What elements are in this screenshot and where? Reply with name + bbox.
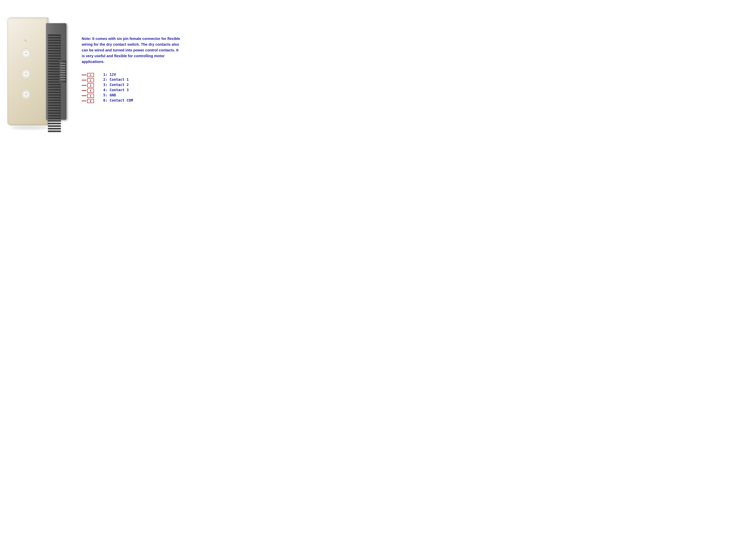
vent-line xyxy=(48,112,61,114)
pin-label-3: 3: Contact 2 xyxy=(103,82,133,87)
button-dot-3 xyxy=(25,94,27,95)
device-button-3 xyxy=(21,89,31,99)
connector-pin xyxy=(60,72,65,73)
pin-visual: 1 2 3 4 xyxy=(82,72,94,104)
pin-box-3: 3 xyxy=(87,83,94,87)
vent-line xyxy=(48,50,61,51)
pin-number-2: 2 xyxy=(90,79,91,82)
vent-line xyxy=(48,102,61,103)
pin-box-6: 6 xyxy=(87,99,94,103)
vent-line xyxy=(48,123,61,124)
pin-row-2: 2 xyxy=(82,78,94,83)
pin-line-2 xyxy=(82,80,87,80)
device-shadow xyxy=(11,126,48,129)
vent-line xyxy=(48,47,61,49)
vent-line xyxy=(48,34,61,36)
vent-line xyxy=(48,60,61,62)
button-inner-3 xyxy=(23,91,29,98)
vent-line xyxy=(48,118,61,119)
vent-line xyxy=(48,97,61,98)
wifi-icon: ∿ xyxy=(24,38,27,43)
pin-box-2: 2 xyxy=(87,78,94,82)
vent-line xyxy=(48,76,61,77)
vent-line xyxy=(48,94,61,95)
vent-line xyxy=(48,39,61,41)
note-text: Note: It comes with six pin female conne… xyxy=(82,36,181,65)
vent-line xyxy=(48,105,61,106)
connector-pin xyxy=(60,77,65,78)
vent-line xyxy=(48,53,61,54)
pin-line-1 xyxy=(82,75,87,75)
vent-line xyxy=(48,65,61,67)
pin-box-4: 4 xyxy=(87,89,94,93)
vent-line xyxy=(48,58,61,59)
content-section: Note: It comes with six pin female conne… xyxy=(78,0,189,139)
vent-line xyxy=(48,37,61,38)
pin-label-1: 1: 12V xyxy=(103,72,133,77)
vent-line xyxy=(48,89,61,90)
connector-pin xyxy=(60,75,65,76)
pin-label-5: 5: GND xyxy=(103,93,133,98)
vent-line xyxy=(48,45,61,46)
vent-line xyxy=(48,125,61,127)
button-inner-2 xyxy=(23,70,29,77)
pin-box-5: 5 xyxy=(87,94,94,98)
vent-group xyxy=(48,34,61,132)
vent-line xyxy=(48,99,61,100)
connector-block xyxy=(59,60,66,83)
pin-box-1: 1 xyxy=(87,73,94,77)
vent-line xyxy=(48,71,61,72)
connector-pin xyxy=(60,67,65,68)
pin-number-3: 3 xyxy=(90,84,91,87)
vent-line xyxy=(48,68,61,69)
pin-row-1: 1 xyxy=(82,72,94,78)
pin-label-2: 2: Contact 1 xyxy=(103,77,133,82)
vent-line xyxy=(48,115,61,116)
button-dot-1 xyxy=(25,53,27,54)
device-button-2 xyxy=(21,69,31,79)
pin-number-4: 4 xyxy=(90,89,91,92)
pin-number-6: 6 xyxy=(90,100,91,102)
pin-line-6 xyxy=(82,100,87,101)
vent-line xyxy=(48,128,61,129)
vent-line xyxy=(48,86,61,88)
vent-line xyxy=(48,107,61,109)
vent-line xyxy=(48,79,61,80)
pin-row-3: 3 xyxy=(82,83,94,88)
connector-pin xyxy=(60,63,65,64)
device-side-body xyxy=(46,23,66,120)
device-front-panel: ∿ xyxy=(7,18,48,125)
vent-line xyxy=(48,110,61,111)
pin-label-6: 6: Contact COM xyxy=(103,98,133,103)
pin-diagram: 1 2 3 4 xyxy=(82,72,181,104)
pin-row-6: 6 xyxy=(82,98,94,104)
pin-label-4: 4: Contact 3 xyxy=(103,87,133,93)
pin-number-5: 5 xyxy=(90,94,91,97)
connector-pin xyxy=(60,79,65,80)
connector-pin xyxy=(60,65,65,66)
page-container: ∿ xyxy=(0,0,189,139)
pin-number-1: 1 xyxy=(90,74,91,76)
pin-labels: 1: 12V 2: Contact 1 3: Contact 2 4: Cont… xyxy=(103,72,133,103)
device-section: ∿ xyxy=(0,0,78,139)
pin-line-5 xyxy=(82,95,87,96)
device-button-1 xyxy=(21,49,31,58)
button-dot-2 xyxy=(25,73,27,75)
vent-line xyxy=(48,84,61,85)
connector-pin xyxy=(60,70,65,71)
vent-line xyxy=(48,120,61,121)
pin-row-5: 5 xyxy=(82,93,94,98)
pin-row-4: 4 xyxy=(82,88,94,93)
device-wrapper: ∿ xyxy=(7,12,70,135)
pin-line-3 xyxy=(82,85,87,86)
pin-line-4 xyxy=(82,90,87,91)
vent-line xyxy=(48,91,61,93)
vent-line xyxy=(48,130,61,132)
vent-line xyxy=(48,63,61,64)
vent-line xyxy=(48,42,61,43)
button-inner-1 xyxy=(23,50,29,57)
vent-line xyxy=(48,81,61,82)
vent-line xyxy=(48,55,61,56)
vent-line xyxy=(48,74,61,75)
